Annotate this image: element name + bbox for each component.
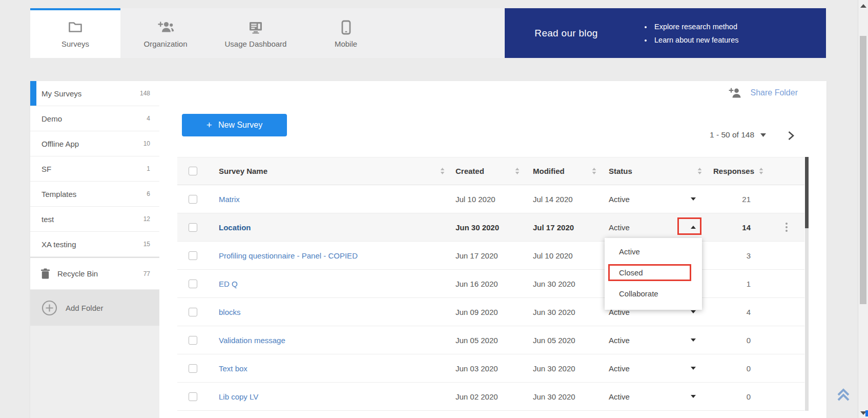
status-caret-icon[interactable]: [691, 395, 696, 398]
sort-icon[interactable]: [697, 168, 708, 174]
page-scrollbar[interactable]: [858, 0, 868, 418]
nav-tab-organization[interactable]: Organization: [120, 8, 211, 58]
folder-sidebar: My Surveys 148 Demo 4 Offline App 10 SF …: [30, 81, 159, 418]
sort-icon[interactable]: [592, 168, 603, 174]
survey-name-link[interactable]: Text box: [219, 364, 247, 373]
status-cell: Active: [603, 223, 708, 232]
modified-cell: Jun 30 2020: [526, 364, 603, 373]
table-scrollbar-thumb[interactable]: [805, 157, 809, 228]
scroll-up-arrow-icon[interactable]: [860, 4, 866, 8]
row-checkbox[interactable]: [189, 251, 197, 260]
row-checkbox[interactable]: [189, 336, 197, 345]
responses-cell: 0: [708, 364, 769, 373]
top-nav-bar: Surveys Organization Usage Dashboard Mob…: [30, 8, 826, 58]
select-all-checkbox[interactable]: [189, 167, 197, 175]
folder-label: Offline App: [42, 140, 79, 148]
folder-count: 12: [143, 215, 150, 223]
status-caret-icon[interactable]: [691, 310, 696, 313]
pagination-selector[interactable]: 1 - 50 of 148: [710, 130, 766, 140]
status-caret-icon[interactable]: [691, 197, 696, 201]
sidebar-item-demo[interactable]: Demo 4: [30, 106, 159, 131]
table-row: Profiling questionnaire - Panel - COPIED…: [177, 242, 804, 270]
table-scrollbar-track[interactable]: [805, 157, 809, 411]
responses-cell: 0: [708, 392, 769, 401]
sidebar-item-recycle-bin[interactable]: Recycle Bin 77: [30, 258, 159, 290]
next-page-button[interactable]: [784, 129, 797, 142]
survey-name-link[interactable]: Matrix: [219, 195, 240, 204]
folder-label: My Surveys: [42, 89, 81, 98]
sidebar-item-test[interactable]: test 12: [30, 207, 159, 232]
survey-name-link[interactable]: ED Q: [219, 280, 238, 288]
folder-count: 4: [147, 115, 150, 122]
blog-banner[interactable]: Read our blog Explore research methodLea…: [505, 8, 826, 58]
sidebar-item-templates[interactable]: Templates 6: [30, 182, 159, 207]
folder-label: Templates: [42, 190, 76, 198]
sidebar-item-offline-app[interactable]: Offline App 10: [30, 131, 159, 156]
nav-tab-usage-dashboard[interactable]: Usage Dashboard: [211, 8, 301, 58]
blog-banner-title[interactable]: Read our blog: [505, 28, 628, 39]
sort-icon[interactable]: [515, 168, 526, 174]
status-option-closed[interactable]: Closed: [605, 262, 702, 283]
sort-icon[interactable]: [759, 168, 763, 174]
page-scrollbar-thumb[interactable]: [860, 36, 866, 304]
recycle-bin-count: 77: [143, 270, 150, 277]
sort-icon[interactable]: [440, 168, 451, 174]
status-caret-icon[interactable]: [691, 339, 696, 342]
column-header-responses[interactable]: Responses: [713, 167, 754, 175]
tab-label: Organization: [143, 39, 187, 48]
survey-name-link[interactable]: Validation message: [219, 336, 285, 345]
row-checkbox[interactable]: [189, 195, 197, 204]
row-checkbox[interactable]: [189, 308, 197, 316]
column-header-created[interactable]: Created: [456, 167, 484, 175]
chevron-down-icon: [760, 133, 766, 137]
responses-cell: 14: [708, 223, 769, 232]
row-menu-icon[interactable]: [783, 221, 790, 234]
row-checkbox[interactable]: [189, 280, 197, 288]
created-cell: Jun 17 2020: [451, 251, 526, 260]
banner-bullet-item: Explore research method: [652, 20, 738, 33]
sidebar-item-sf[interactable]: SF 1: [30, 156, 159, 182]
table-row: blocks Jun 09 2020 Jun 30 2020 Active 4: [177, 298, 804, 326]
add-folder-button[interactable]: Add Folder: [30, 290, 159, 326]
survey-name-link[interactable]: Profiling questionnaire - Panel - COPIED: [219, 251, 358, 260]
column-header-status[interactable]: Status: [609, 167, 632, 175]
sidebar-filler: [30, 326, 159, 418]
survey-name-link[interactable]: Location: [219, 223, 251, 232]
folder-count: 148: [140, 90, 150, 97]
back-to-top-button[interactable]: [835, 386, 852, 403]
row-checkbox[interactable]: [189, 364, 197, 373]
table-row: Location Jun 30 2020 Jul 17 2020 Active …: [177, 213, 804, 242]
column-header-modified[interactable]: Modified: [533, 167, 565, 175]
survey-name-link[interactable]: Lib copy LV: [219, 392, 258, 401]
modified-cell: Jul 14 2020: [526, 195, 603, 204]
add-folder-label: Add Folder: [66, 304, 103, 312]
created-cell: Jun 16 2020: [451, 280, 526, 288]
row-checkbox[interactable]: [189, 223, 197, 232]
row-checkbox[interactable]: [189, 392, 197, 401]
sidebar-item-xa-testing[interactable]: XA testing 15: [30, 232, 159, 257]
survey-table: Survey Name Created Modified Status Resp…: [177, 157, 804, 411]
sidebar-item-my-surveys[interactable]: My Surveys 148: [30, 81, 159, 106]
status-option-collaborate[interactable]: Collaborate: [605, 283, 702, 304]
folder-icon: [68, 21, 82, 34]
new-survey-button[interactable]: + New Survey: [182, 114, 287, 136]
nav-tab-surveys[interactable]: Surveys: [30, 8, 120, 58]
modified-cell: Jul 17 2020: [526, 223, 603, 232]
modified-cell: Jun 05 2020: [526, 336, 603, 345]
created-cell: Jun 03 2020: [451, 364, 526, 373]
double-chevron-up-icon: [835, 386, 852, 403]
tab-label: Mobile: [335, 39, 357, 48]
nav-tab-mobile[interactable]: Mobile: [301, 8, 391, 58]
plus-circle-icon: [42, 300, 57, 316]
pagination-label: 1 - 50 of 148: [710, 130, 754, 140]
app-canvas: Surveys Organization Usage Dashboard Mob…: [0, 0, 868, 418]
share-folder-link[interactable]: Share Folder: [729, 87, 798, 98]
status-caret-icon[interactable]: [691, 226, 696, 229]
column-header-survey-name[interactable]: Survey Name: [219, 167, 267, 175]
status-caret-icon[interactable]: [691, 367, 696, 370]
survey-name-link[interactable]: blocks: [219, 308, 241, 316]
created-cell: Jul 10 2020: [451, 195, 526, 204]
created-cell: Jun 09 2020: [451, 308, 526, 316]
status-cell: Active: [603, 336, 708, 345]
status-option-active[interactable]: Active: [605, 241, 702, 262]
